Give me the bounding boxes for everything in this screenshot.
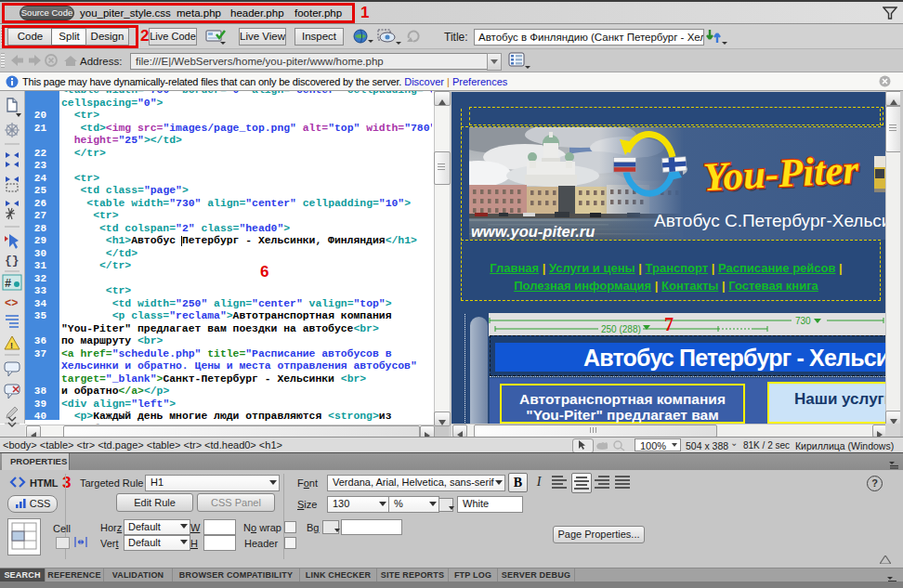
svg-text:{}: {}: [5, 254, 20, 268]
svg-text:<>: <>: [5, 297, 18, 310]
svg-text:Автобус С.Петербург-Хельсинки: Автобус С.Петербург-Хельсинки: [654, 211, 885, 230]
svg-text:www.you-piter.ru: www.you-piter.ru: [471, 223, 595, 240]
svg-text:!: !: [10, 341, 13, 350]
svg-text:250 (288): 250 (288): [601, 324, 641, 334]
svg-text:730: 730: [795, 316, 811, 326]
svg-text:You-Piter: You-Piter: [702, 148, 861, 200]
svg-text:#: #: [5, 278, 11, 291]
